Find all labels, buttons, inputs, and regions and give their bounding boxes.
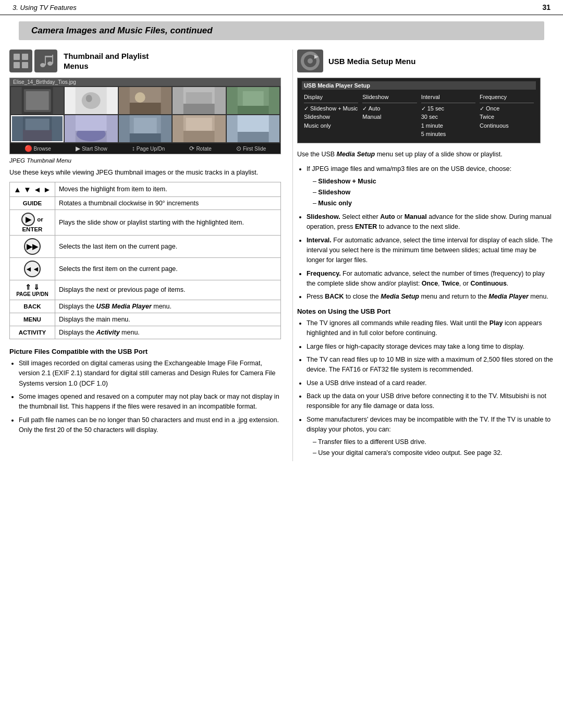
- thumbnail-icons: [9, 50, 57, 72]
- svg-rect-3: [22, 62, 28, 68]
- section-banner: Camera Images and Music Files, continued: [19, 21, 544, 40]
- table-row: ▶ or ENTER Plays the slide show or playl…: [10, 209, 281, 235]
- grid-icon: [9, 50, 32, 72]
- list-item: Some manufacturers' devices may be incom…: [307, 415, 554, 459]
- play-circle-icon: ▶: [21, 213, 35, 226]
- svg-marker-38: [237, 115, 268, 132]
- svg-rect-45: [316, 60, 320, 62]
- svg-rect-26: [26, 119, 50, 130]
- usb-setup-table: USB Media Player Setup Display ✓ Slidesh…: [297, 78, 541, 143]
- list-item: Large files or high-capacity storage dev…: [307, 342, 554, 352]
- key-cell-play-enter: ▶ or ENTER: [10, 209, 55, 235]
- page-header: 3. Using TV Features 31: [0, 0, 563, 15]
- svg-rect-16: [129, 103, 161, 114]
- col-slideshow: Slideshow ✓ Auto Manual: [360, 92, 419, 140]
- list-item: Full path file names can be no longer th…: [19, 415, 281, 436]
- thumbnail-grid-container: Elise_14_Birthday_Tios.jpg: [9, 78, 281, 154]
- svg-rect-43: [309, 67, 311, 70]
- thumb-cell: [173, 115, 225, 142]
- thumb-cell: [65, 115, 117, 142]
- svg-rect-1: [22, 54, 28, 60]
- svg-rect-31: [129, 133, 161, 142]
- svg-point-5: [47, 61, 53, 66]
- usb-setup-table-title: USB Media Player Setup: [302, 81, 536, 90]
- svg-point-17: [134, 92, 145, 103]
- key-desc-guide: Rotates a thumbnail clockwise in 90° inc…: [55, 196, 280, 209]
- thumbnail-heading-text: Thumbnail and PlaylistMenus: [64, 51, 149, 71]
- usb-setup-header-row: Display ✓ Slideshow + Music Slideshow Mu…: [302, 92, 536, 140]
- table-row: BACK Displays the USB Media Player menu.: [10, 300, 281, 313]
- svg-rect-25: [23, 130, 52, 141]
- thumb-cell: [119, 115, 172, 142]
- thumb-cell: [11, 87, 64, 114]
- fast-forward-icon: ▶▶: [24, 238, 41, 255]
- svg-rect-11: [26, 91, 49, 110]
- key-desc-arrows: Moves the highlight from item to item.: [55, 182, 280, 196]
- thumb-cell: [11, 115, 64, 142]
- thumb-cell: [65, 87, 117, 114]
- list-item: Back up the data on your USB drive befor…: [307, 391, 554, 412]
- list-item: Use a USB drive instead of a card reader…: [307, 378, 554, 388]
- toolbar-first-slide: ⊙ First Slide: [236, 145, 266, 152]
- thumb-filename: Elise_14_Birthday_Tios.jpg: [10, 78, 280, 86]
- main-content: Thumbnail and PlaylistMenus Elise_14_Bir…: [0, 50, 563, 461]
- notes-title: Notes on Using the USB Port: [297, 307, 554, 315]
- notes-list: The TV ignores all commands while readin…: [297, 318, 554, 459]
- picture-files-list: Still images recorded on digital cameras…: [9, 359, 281, 436]
- table-row: ACTIVITY Displays the Activity menu.: [10, 326, 281, 339]
- table-row: ▲ ▼ ◄ ► Moves the highlight from item to…: [10, 182, 281, 196]
- key-desc-rew: Selects the first item on the current pa…: [55, 257, 280, 280]
- sub-list: Slideshow + Music Slideshow Music only: [307, 177, 554, 209]
- svg-rect-37: [237, 132, 268, 142]
- key-desc-menu: Displays the main menu.: [55, 313, 280, 326]
- key-cell-pageupdn: ⇑ ⇓ PAGE UP/DN: [10, 280, 55, 300]
- svg-point-41: [308, 58, 313, 64]
- col-frequency: Frequency ✓ Once Twice Continuous: [478, 92, 536, 140]
- thumb-cell: [119, 87, 172, 114]
- thumb-cell: [227, 115, 279, 142]
- table-row: ▶▶ Selects the last item on the current …: [10, 235, 281, 257]
- right-column: USB Media Setup Menu USB Media Player Se…: [292, 50, 554, 461]
- key-cell-activity: ACTIVITY: [10, 326, 55, 339]
- svg-rect-2: [14, 62, 20, 68]
- list-item: Some images opened and resaved on a comp…: [19, 392, 281, 412]
- key-desc-back: Displays the USB Media Player menu.: [55, 300, 280, 313]
- keys-intro: Use these keys while viewing JPEG thumbn…: [9, 168, 281, 178]
- svg-rect-44: [301, 60, 304, 62]
- table-row: GUIDE Rotates a thumbnail clockwise in 9…: [10, 196, 281, 209]
- svg-rect-23: [242, 91, 263, 106]
- usb-intro: Use the USB Media Setup menu set up play…: [297, 150, 554, 159]
- list-item: Use your digital camera's composite vide…: [313, 448, 554, 458]
- table-row: ◄◄ Selects the first item on the current…: [10, 257, 281, 280]
- page-number: 31: [542, 3, 550, 11]
- key-cell-back: BACK: [10, 300, 55, 313]
- key-desc-play-enter: Plays the slide show or playlist startin…: [55, 209, 280, 235]
- key-desc-ff: Selects the last item on the current pag…: [55, 235, 280, 257]
- list-item: Frequency. For automatic advance, select…: [307, 269, 554, 289]
- list-item: Music only: [313, 199, 554, 208]
- svg-rect-42: [309, 52, 311, 55]
- list-item: The TV ignores all commands while readin…: [307, 318, 554, 339]
- key-desc-activity: Displays the Activity menu.: [55, 326, 280, 339]
- thumb-cell: [173, 87, 225, 114]
- list-item: The TV can read files up to 10 MB in siz…: [307, 355, 554, 375]
- thumb-cell: [227, 87, 279, 114]
- sub-list: Transfer files to a different USB drive.…: [307, 437, 554, 459]
- list-item: Transfer files to a different USB drive.: [313, 437, 554, 447]
- col-interval: Interval ✓ 15 sec 30 sec 1 minute 5 minu…: [419, 92, 478, 140]
- chapter-title: 3. Using TV Features: [13, 4, 77, 11]
- svg-rect-29: [76, 115, 107, 131]
- music-icon: [34, 50, 57, 72]
- thumbnail-heading-row: Thumbnail and PlaylistMenus: [9, 50, 281, 72]
- svg-point-4: [40, 63, 45, 67]
- rewind-icon: ◄◄: [24, 261, 41, 277]
- usb-bullets: If JPEG image files and wma/mp3 files ar…: [297, 164, 554, 302]
- key-desc-pageupdn: Displays the next or previous page of it…: [55, 280, 280, 300]
- table-row: ⇑ ⇓ PAGE UP/DN Displays the next or prev…: [10, 280, 281, 300]
- thumb-caption: JPEG Thumbnail Menu: [9, 157, 281, 164]
- list-item: Still images recorded on digital cameras…: [19, 359, 281, 389]
- thumb-grid: [10, 86, 280, 143]
- list-item: Press BACK to close the Media Setup menu…: [307, 292, 554, 302]
- svg-rect-32: [133, 118, 156, 133]
- svg-rect-35: [186, 118, 212, 131]
